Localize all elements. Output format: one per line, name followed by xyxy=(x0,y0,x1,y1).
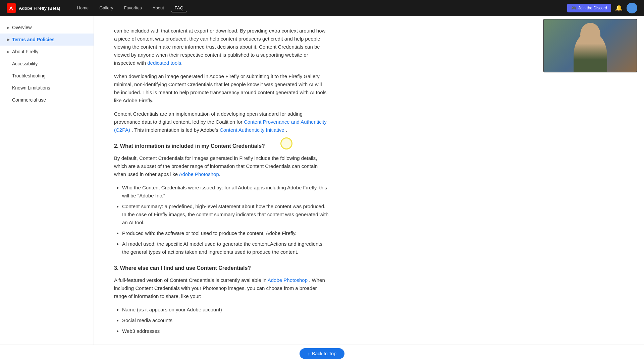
app-header: Adobe Firefly (Beta) Home Gallery Favori… xyxy=(0,0,644,16)
section3-heading: 3. Where else can I find and use Content… xyxy=(114,264,329,272)
video-overlay xyxy=(543,19,637,72)
list-item: Web3 addresses xyxy=(122,327,329,335)
discord-icon: 🎮 xyxy=(571,6,576,10)
cai-link[interactable]: Content Authenticity Initiative xyxy=(220,127,284,133)
list-item: Produced with: the software or tool used… xyxy=(122,229,329,237)
sidebar: ▶ Overview ▶ Terms and Policies ▶ About … xyxy=(0,16,94,362)
nav-about[interactable]: About xyxy=(149,4,167,12)
sidebar-item-terms[interactable]: ▶ Terms and Policies xyxy=(0,34,94,46)
header-right: 🎮 Join the Discord 🔔 xyxy=(567,3,637,13)
list-item: AI model used: the specific AI model use… xyxy=(122,240,329,256)
nav-home[interactable]: Home xyxy=(74,4,92,12)
sidebar-item-known-limitations[interactable]: Known Limitations xyxy=(0,82,94,94)
nav-faq[interactable]: FAQ xyxy=(171,4,187,12)
main-content: can be included with that content at exp… xyxy=(94,16,476,362)
join-discord-button[interactable]: 🎮 Join the Discord xyxy=(567,4,611,12)
app-logo[interactable]: Adobe Firefly (Beta) xyxy=(7,3,60,13)
list-item: Who the Content Credentials were issued … xyxy=(122,184,329,200)
sidebar-item-about-firefly[interactable]: ▶ About Firefly xyxy=(0,46,94,58)
notifications-icon[interactable]: 🔔 xyxy=(615,4,623,12)
video-person xyxy=(574,32,607,72)
section2-intro: By default, Content Credentials for imag… xyxy=(114,154,329,178)
content-body: can be included with that content at exp… xyxy=(114,27,329,335)
back-to-top-button[interactable]: ↑ Back to Top xyxy=(300,348,344,359)
chevron-right-icon: ▶ xyxy=(7,38,9,42)
section2-heading: 2. What information is included in my Co… xyxy=(114,142,329,150)
nav-favorites[interactable]: Favorites xyxy=(120,4,145,12)
chevron-right-icon: ▶ xyxy=(7,25,9,30)
section3-intro: A full-featured version of Content Crede… xyxy=(114,276,329,300)
paragraph-2: When downloading an image generated in A… xyxy=(114,72,329,105)
dedicated-tools-link[interactable]: dedicated tools xyxy=(147,60,181,66)
back-to-top-bar: ↑ Back to Top xyxy=(0,345,644,362)
user-avatar[interactable] xyxy=(627,3,637,13)
sidebar-item-troubleshooting[interactable]: Troubleshooting xyxy=(0,70,94,82)
list-item: Name (as it appears on your Adobe accoun… xyxy=(122,306,329,314)
paragraph-3: Content Credentials are an implementatio… xyxy=(114,110,329,134)
photoshop-link-2[interactable]: Adobe Photoshop xyxy=(268,277,308,283)
paragraph-1: can be included with that content at exp… xyxy=(114,27,329,67)
sidebar-item-overview[interactable]: ▶ Overview xyxy=(0,21,94,34)
chevron-right-icon: ▶ xyxy=(7,50,9,54)
main-nav: Home Gallery Favorites About FAQ xyxy=(71,4,187,12)
video-inner xyxy=(544,19,637,72)
list-item: Content summary: a predefined, high-leve… xyxy=(122,202,329,227)
sidebar-item-commercial-use[interactable]: Commercial use xyxy=(0,94,94,106)
arrow-up-icon: ↑ xyxy=(308,351,310,356)
nav-gallery[interactable]: Gallery xyxy=(96,4,116,12)
section2-bullet-list: Who the Content Credentials were issued … xyxy=(122,184,329,256)
list-item: Social media accounts xyxy=(122,316,329,324)
photoshop-link-1[interactable]: Adobe Photoshop xyxy=(179,171,219,177)
sidebar-item-accessibility[interactable]: Accessibility xyxy=(0,58,94,70)
section3-bullet-list: Name (as it appears on your Adobe accoun… xyxy=(122,306,329,335)
